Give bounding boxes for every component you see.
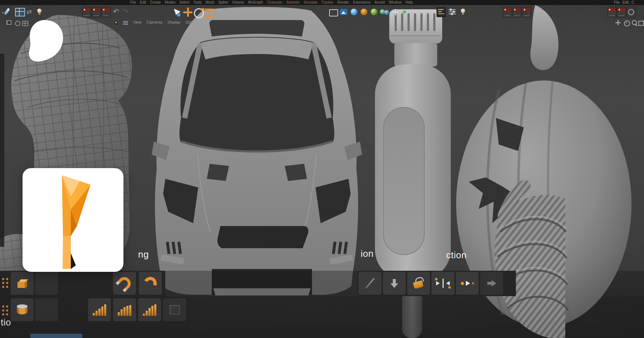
shader-sphere-button[interactable] — [371, 9, 377, 15]
patreon-logo — [24, 19, 66, 66]
empty-tool-slot[interactable] — [35, 272, 58, 295]
extrude-down-button[interactable] — [383, 272, 406, 295]
panel-button-7[interactable] — [608, 7, 616, 17]
knife-icon — [365, 278, 375, 289]
maximize-view-button[interactable] — [638, 21, 644, 26]
menu-item-edit[interactable]: Edit — [140, 0, 146, 5]
sphere-pair-button[interactable] — [380, 9, 390, 15]
menu-item-tracker[interactable]: Tracker — [321, 0, 333, 5]
shift-tool-button[interactable] — [480, 272, 503, 295]
slider-row-icon — [449, 11, 456, 12]
cube-falloff-button[interactable] — [163, 298, 186, 321]
settings-panel-button[interactable] — [627, 7, 635, 17]
refresh-view-button[interactable] — [15, 21, 20, 26]
starburst-button[interactable] — [392, 9, 399, 15]
menu-item-extensions[interactable]: Extensions — [353, 0, 371, 5]
slider-row-icon — [449, 14, 456, 14]
arc-tool-button[interactable] — [139, 272, 162, 295]
panel-button-6[interactable] — [522, 7, 531, 17]
hamburger-menu-button[interactable] — [123, 21, 128, 25]
undo-button[interactable]: ↶ — [113, 8, 119, 15]
brush-tool-button[interactable] — [6, 8, 8, 15]
swap-axes-button[interactable]: ⇄ — [26, 9, 32, 15]
panel-button-8[interactable] — [617, 7, 626, 17]
falloff-step-button[interactable] — [138, 298, 161, 321]
menu-item-render[interactable]: Render — [337, 0, 349, 5]
sliders-button[interactable] — [449, 9, 456, 14]
secondary-menu: File Edit C — [614, 0, 634, 5]
selection-highlight-strip[interactable] — [30, 334, 82, 338]
fill-bucket-button[interactable] — [407, 272, 430, 295]
menu-item-mesh[interactable]: Mesh — [206, 0, 214, 5]
render-view-button[interactable] — [329, 9, 338, 16]
panel-button-4[interactable] — [503, 7, 512, 17]
c4d-app-window: ng ion ction tio — [0, 0, 644, 338]
caption-fragment-right: ction — [446, 250, 467, 261]
falloff-linear-button[interactable] — [88, 298, 111, 321]
bottom-toolbar-row2-left — [0, 296, 190, 338]
menu-item-window[interactable]: Window — [389, 0, 402, 5]
bottom-toolbar-row1-right — [357, 271, 516, 296]
menu-item-arnold[interactable]: Arnold — [375, 0, 385, 5]
picture-viewer-button[interactable] — [340, 9, 347, 15]
menu-item-character[interactable]: Character — [267, 0, 283, 5]
orbit-view-button[interactable] — [624, 20, 630, 26]
redo-button[interactable]: ↷ — [122, 8, 128, 15]
menu-item-file[interactable]: File — [130, 0, 136, 5]
pan-view-button[interactable] — [615, 20, 621, 25]
viewport-menu-cameras[interactable]: Cameras — [147, 20, 163, 24]
secondary-menu-edit[interactable]: Edit — [623, 0, 629, 5]
viewport-menu-view[interactable]: View — [133, 20, 142, 24]
menu-item-volume[interactable]: Volume — [232, 0, 244, 5]
menu-item-mograph[interactable]: MoGraph — [248, 0, 263, 5]
sphere-b-icon — [384, 10, 389, 15]
menu-item-help[interactable]: Help — [405, 0, 413, 5]
render-panel-button-3[interactable] — [102, 7, 110, 17]
knife-tool-button[interactable] — [358, 272, 381, 295]
menu-item-create[interactable]: Create — [150, 0, 161, 5]
scale-tool-button[interactable] — [205, 9, 214, 18]
spread-points-button[interactable] — [431, 272, 454, 295]
lamp-icon-2 — [461, 9, 465, 15]
secondary-menu-file[interactable]: File — [614, 0, 620, 5]
panel-button-5[interactable] — [513, 7, 521, 17]
cylinder-primitive-button[interactable] — [11, 298, 34, 321]
bar-icon — [438, 9, 444, 10]
move-point-button[interactable] — [456, 272, 479, 295]
empty-tool-slot-2[interactable] — [35, 298, 58, 321]
live-selection-button[interactable] — [172, 7, 180, 16]
cube-primitive-button[interactable] — [11, 272, 34, 295]
product-logo-card — [23, 168, 123, 272]
cascade-windows-button[interactable] — [6, 20, 11, 25]
tool-dropdown-button[interactable]: ▾ — [214, 10, 216, 14]
spread-arrows-icon — [435, 278, 451, 289]
bucket-icon — [412, 277, 425, 289]
default-light-button[interactable] — [37, 9, 42, 15]
axis-toggle-button[interactable] — [114, 20, 119, 25]
render-panel-button-2[interactable] — [92, 7, 101, 17]
material-sphere-button[interactable] — [361, 9, 367, 15]
rotate-tool-button[interactable] — [194, 8, 204, 18]
patreon-blob-icon — [24, 19, 66, 66]
cube-icon — [16, 278, 28, 289]
window-grid-icon — [15, 8, 25, 16]
scene-light-button[interactable] — [461, 9, 465, 15]
menu-item-spline[interactable]: Spline — [218, 0, 228, 5]
menu-item-simulate[interactable]: Simulate — [303, 0, 317, 5]
secondary-menu-c[interactable]: C — [631, 0, 634, 5]
viewport-menu-options[interactable]: Options — [185, 20, 199, 24]
snap-magnet-button[interactable] — [113, 272, 136, 295]
menu-item-animate[interactable]: Animate — [287, 0, 300, 5]
menu-item-modes[interactable]: Modes — [165, 0, 175, 5]
render-panel-button-1[interactable] — [82, 7, 91, 17]
world-sphere-button[interactable] — [351, 9, 357, 15]
menu-item-tools[interactable]: Tools — [193, 0, 201, 5]
modeling-settings-button[interactable] — [436, 7, 446, 17]
falloff-dome-button[interactable] — [113, 298, 136, 321]
viewport-menu-display[interactable]: Display — [167, 20, 180, 24]
layout-manager-button[interactable] — [15, 8, 25, 16]
menu-item-select[interactable]: Select — [179, 0, 189, 5]
move-tool-button[interactable] — [183, 8, 192, 17]
toolbar-grip-handle[interactable] — [1, 274, 9, 292]
zoom-view-button[interactable] — [632, 20, 637, 25]
